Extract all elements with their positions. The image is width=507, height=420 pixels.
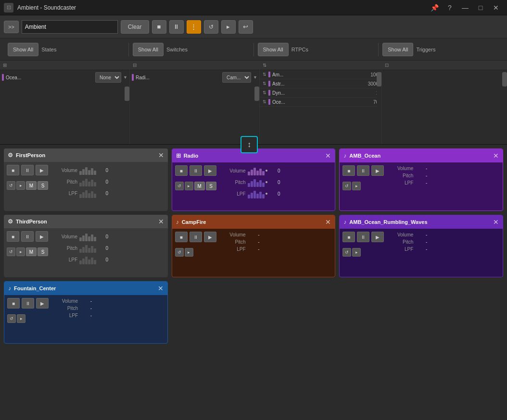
amb-rumbling-loop-row: ↺ ▸ (342, 248, 384, 257)
rtpc-scrollbar[interactable] (377, 70, 381, 144)
radio-play-btn[interactable]: ▶ (204, 165, 216, 176)
firstperson-chevron-btn[interactable]: ▸ (16, 181, 25, 190)
amb-ocean-play-btn[interactable]: ▶ (371, 165, 384, 176)
thirdperson-params: Volume 0 Pitch (51, 231, 165, 265)
firstperson-volume-label: Volume (51, 168, 77, 173)
show-all-switches-button[interactable]: Show All (133, 43, 164, 56)
close-button[interactable]: ✕ (489, 0, 503, 15)
return-button[interactable]: ↩ (239, 20, 253, 34)
firstperson-solo-btn[interactable]: S (38, 181, 48, 190)
switches-scrollbar-thumb[interactable] (254, 86, 259, 101)
amb-ocean-pitch-label: Pitch (387, 173, 413, 178)
fountain-loop-btn[interactable]: ↺ (7, 314, 16, 323)
fountain-stop-btn[interactable]: ■ (7, 298, 20, 309)
amb-ocean-volume-label: Volume (387, 166, 413, 171)
fountain-pause-btn[interactable]: ⏸ (22, 298, 34, 309)
state-color-bar (2, 74, 4, 81)
stop-button[interactable]: ■ (152, 20, 166, 34)
firstperson-stop-btn[interactable]: ■ (7, 165, 19, 175)
clear-button[interactable]: Clear (121, 20, 149, 34)
states-scrollbar-thumb[interactable] (125, 86, 129, 101)
menu-button[interactable]: ⋮ (187, 20, 201, 34)
rtpc-value-2: 1 (357, 90, 379, 96)
loop-button[interactable]: ↺ (204, 20, 218, 34)
ambient-input[interactable] (22, 20, 118, 34)
chevron-icon: ▸ (227, 23, 230, 30)
show-all-rtpcs-button[interactable]: Show All (258, 43, 289, 56)
firstperson-pause-btn[interactable]: ⏸ (21, 165, 34, 175)
rtpc-row-2[interactable]: ⇅ Dyn... 1 (260, 88, 381, 98)
amb-ocean-loop-btn[interactable]: ↺ (342, 182, 351, 190)
radio-volume-label: Volume (219, 168, 246, 173)
firstperson-mono-btn[interactable]: M (26, 181, 37, 190)
amb-rumbling-close-button[interactable]: ✕ (493, 219, 499, 225)
fountain-chevron-btn[interactable]: ▸ (17, 314, 25, 323)
radio-mono-solo: ↺ ▸ M S (175, 182, 216, 190)
amb-rumbling-loop-btn[interactable]: ↺ (342, 248, 351, 257)
rtpc-row-1[interactable]: ⇅ Astr... 3000 (260, 79, 381, 88)
radio-close-button[interactable]: ✕ (325, 152, 331, 159)
campfire-chevron-btn[interactable]: ▸ (185, 248, 193, 257)
thirdperson-stop-btn[interactable]: ■ (7, 231, 19, 242)
state-name[interactable]: Ocea... (6, 75, 93, 80)
state-dropdown[interactable]: None (95, 72, 121, 83)
thirdperson-mono-btn[interactable]: M (26, 247, 37, 256)
amb-rumbling-play-btn[interactable]: ▶ (371, 232, 384, 242)
pause-button[interactable]: ⏸ (169, 20, 184, 34)
amb-rumbling-chevron-btn[interactable]: ▸ (352, 248, 361, 257)
fountain-play-btn[interactable]: ▶ (36, 298, 49, 309)
thirdperson-play-btn[interactable]: ▶ (36, 231, 48, 242)
resize-handle[interactable]: ↕ (241, 136, 258, 153)
radio-solo-btn[interactable]: S (206, 182, 216, 190)
switches-scrollbar[interactable] (254, 85, 259, 144)
switches-panel-header: ⊟ (130, 61, 259, 70)
switch-dropdown[interactable]: Cam... (222, 72, 251, 83)
thirdperson-pause-btn[interactable]: ⏸ (21, 231, 34, 242)
firstperson-loop-btn[interactable]: ↺ (7, 181, 15, 190)
thirdperson-loop-btn[interactable]: ↺ (7, 247, 15, 256)
amb-ocean-pause-btn[interactable]: ⏸ (357, 165, 369, 176)
radio-pause-btn[interactable]: ⏸ (190, 165, 202, 176)
campfire-close-button[interactable]: ✕ (325, 219, 331, 225)
help-button[interactable]: ? (443, 0, 457, 15)
triggers-scrollbar-thumb[interactable] (502, 72, 507, 86)
radio-loop-btn[interactable]: ↺ (175, 182, 184, 190)
play-mode-button[interactable]: ▸ (221, 20, 236, 34)
pin-button[interactable]: 📌 (427, 0, 442, 15)
amb-ocean-stop-btn[interactable]: ■ (342, 165, 355, 176)
amb-rumbling-pause-btn[interactable]: ⏸ (357, 232, 369, 242)
minimize-button[interactable]: — (458, 0, 472, 15)
campfire-play-btn[interactable]: ▶ (204, 232, 216, 242)
thirdperson-lpf-row: LPF 0 (51, 255, 165, 264)
maximize-button[interactable]: □ (473, 0, 488, 15)
show-all-triggers-button[interactable]: Show All (382, 43, 413, 56)
amb-ocean-chevron-btn[interactable]: ▸ (352, 182, 361, 190)
triggers-scrollbar[interactable] (502, 70, 507, 144)
fountain-volume-row: Volume - (51, 298, 165, 304)
campfire-pause-btn[interactable]: ⏸ (190, 232, 202, 242)
thirdperson-close-button[interactable]: ✕ (158, 218, 164, 225)
rtpc-row-3[interactable]: ⇅ Oce... 70 (260, 98, 381, 107)
campfire-stop-btn[interactable]: ■ (175, 232, 188, 242)
amb-ocean-close-button[interactable]: ✕ (493, 152, 499, 159)
radio-mono-btn[interactable]: M (194, 182, 205, 190)
thirdperson-solo-btn[interactable]: S (38, 247, 48, 256)
rtpc-row-0[interactable]: ⇅ Am... 100 (260, 70, 381, 79)
rtpc-scrollbar-thumb[interactable] (377, 72, 381, 86)
fountain-close-button[interactable]: ✕ (158, 285, 164, 292)
states-panel-header: ⊞ (0, 61, 129, 70)
thirdperson-chevron-btn[interactable]: ▸ (16, 247, 25, 256)
show-all-states-button[interactable]: Show All (8, 43, 38, 56)
firstperson-close-button[interactable]: ✕ (158, 152, 164, 159)
firstperson-icon: ⚙ (8, 152, 13, 159)
campfire-loop-btn[interactable]: ↺ (175, 248, 184, 257)
radio-stop-btn[interactable]: ■ (175, 165, 188, 176)
triggers-panel-body (382, 70, 507, 144)
states-scrollbar[interactable] (125, 85, 129, 144)
firstperson-play-btn[interactable]: ▶ (36, 165, 48, 175)
fountain-icon: ♪ (8, 285, 11, 292)
switch-name[interactable]: Radi... (136, 75, 220, 80)
radio-chevron-btn[interactable]: ▸ (185, 182, 193, 190)
arrow-button[interactable]: >> (4, 21, 19, 33)
amb-rumbling-stop-btn[interactable]: ■ (342, 232, 355, 242)
